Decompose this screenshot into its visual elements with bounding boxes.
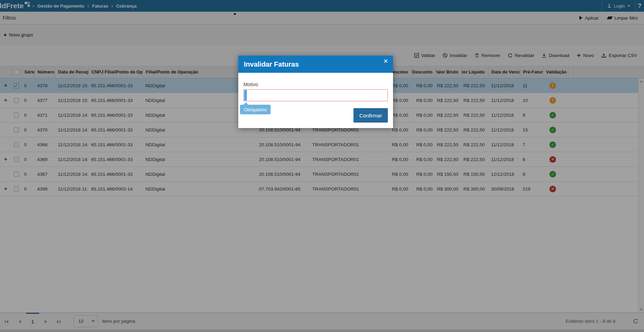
invalidate-invoices-dialog: Invalidar Faturas ✕ Motivo Obrigatório C… xyxy=(238,56,393,128)
modal-backdrop xyxy=(0,0,644,332)
reason-field-wrap xyxy=(243,89,388,101)
app-page: nddFrete ›Gestão de Pagamento›Faturas›Co… xyxy=(0,0,644,332)
dialog-header: Invalidar Faturas ✕ xyxy=(238,56,393,73)
dialog-title: Invalidar Faturas xyxy=(244,60,299,68)
required-tooltip: Obrigatório xyxy=(240,105,271,114)
confirm-button[interactable]: Confirmar xyxy=(353,108,388,123)
close-icon[interactable]: ✕ xyxy=(383,58,388,65)
reason-input[interactable] xyxy=(243,89,388,101)
reason-field-label: Motivo xyxy=(243,82,258,87)
